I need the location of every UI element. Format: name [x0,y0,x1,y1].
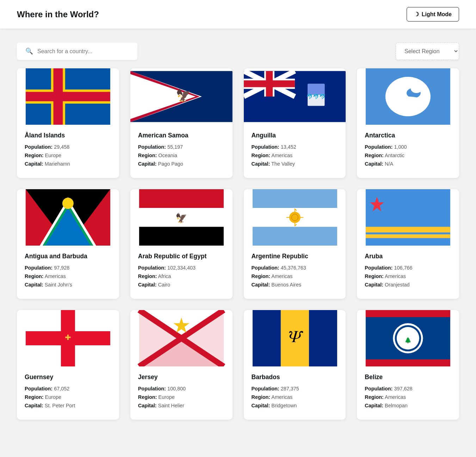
capital-value: Pago Pago [158,161,183,167]
capital-detail: Capital: Bridgetown [252,403,338,408]
app-title: Where in the World? [17,10,99,19]
population-detail: Population: 1,000 [365,144,451,150]
search-input[interactable] [37,48,129,55]
country-card[interactable]: Jersey Population: 100,800 Region: Europ… [130,310,233,420]
region-label: Region: [365,273,384,279]
country-card[interactable]: 🦅 Arab Republic of Egypt Population: 102… [130,189,233,299]
capital-detail: Capital: Cairo [138,282,225,288]
country-flag: 𝛹 [244,310,346,366]
region-label: Region: [138,153,157,158]
svg-rect-20 [308,84,324,95]
region-select[interactable]: Select Region Africa Americas Asia Europ… [396,43,459,60]
card-info: Åland Islands Population: 29,458 Region:… [17,125,119,178]
svg-rect-73 [366,359,450,366]
svg-text:🐬🐬🐬: 🐬🐬🐬 [307,93,326,100]
region-detail: Region: Americas [365,273,451,279]
population-label: Population: [25,144,52,150]
svg-point-27 [411,85,422,93]
card-info: Aruba Population: 106,766 Region: Americ… [357,246,459,299]
light-mode-label: Light Mode [422,11,452,18]
svg-rect-4 [54,68,63,125]
controls-bar: 🔍 Select Region Africa Americas Asia Eur… [0,29,476,68]
capital-label: Capital: [25,282,43,288]
country-card[interactable]: Aruba Population: 106,766 Region: Americ… [357,189,459,299]
country-card[interactable]: Åland Islands Population: 29,458 Region:… [17,68,119,178]
country-name: Jersey [138,373,225,381]
country-name: Åland Islands [25,132,111,139]
capital-value: N/A [385,161,393,167]
card-info: Belize Population: 397,628 Region: Ameri… [357,366,459,420]
country-name: Argentine Republic [252,253,338,260]
country-name: American Samoa [138,132,225,139]
population-detail: Population: 45,376,763 [252,265,338,271]
population-label: Population: [365,265,392,271]
region-value: Europe [45,153,61,158]
population-value: 29,458 [54,144,69,150]
capital-detail: Capital: Oranjestad [365,282,451,288]
region-label: Region: [252,153,271,158]
svg-rect-3 [26,92,110,101]
capital-detail: Capital: Saint John's [25,282,111,288]
country-flag: ✚ [17,310,119,366]
country-name: Aruba [365,253,451,260]
country-name: Guernsey [25,373,111,381]
capital-value: Belmopan [385,403,408,408]
light-mode-button[interactable]: ☽ Light Mode [407,7,459,21]
region-value: Americas [271,394,292,400]
capital-detail: Capital: Pago Pago [138,161,225,167]
population-label: Population: [365,144,392,150]
population-detail: Population: 106,766 [365,265,451,271]
population-detail: Population: 100,800 [138,386,225,391]
country-card[interactable]: 🐬🐬🐬 Anguilla Population: 13,452 Region: … [244,68,346,178]
cards-grid: Åland Islands Population: 29,458 Region:… [0,68,476,437]
svg-text:🦅: 🦅 [175,212,187,224]
region-detail: Region: Americas [365,394,451,400]
population-label: Population: [252,265,279,271]
region-label: Region: [252,394,271,400]
capital-detail: Capital: N/A [365,161,451,167]
population-label: Population: [138,265,166,271]
population-detail: Population: 67,052 [25,386,111,391]
country-card[interactable]: ✚ Guernsey Population: 67,052 Region: Eu… [17,310,119,420]
country-name: Antigua and Barbuda [25,253,111,260]
country-card[interactable]: Antarctica Population: 1,000 Region: Ant… [357,68,459,178]
population-detail: Population: 55,197 [138,144,225,150]
country-card[interactable]: 𝛹 Barbados Population: 287,375 Region: A… [244,310,346,420]
card-info: Argentine Republic Population: 45,376,76… [244,246,346,299]
svg-rect-48 [300,217,303,218]
country-card[interactable]: Argentine Republic Population: 45,376,76… [244,189,346,299]
population-detail: Population: 97,928 [25,265,111,271]
population-label: Population: [138,386,166,391]
population-value: 106,766 [394,265,412,271]
population-label: Population: [252,144,279,150]
capital-detail: Capital: St. Peter Port [25,403,111,408]
region-detail: Region: Americas [252,273,338,279]
country-name: Anguilla [252,132,338,139]
region-value: Americas [271,273,292,279]
svg-text:🦅: 🦅 [176,88,191,103]
country-card[interactable]: 🦅 American Samoa Population: 55,197 Regi… [130,68,233,178]
region-value: Oceania [158,153,177,158]
capital-value: Mariehamn [45,161,70,167]
population-label: Population: [138,144,166,150]
country-name: Arab Republic of Egypt [138,253,225,260]
moon-icon: ☽ [414,11,419,18]
svg-rect-55 [366,234,450,238]
country-flag: 🐬🐬🐬 [244,68,346,125]
region-value: Africa [158,273,171,279]
population-detail: Population: 102,334,403 [138,265,225,271]
country-card[interactable]: 🌲 Belize Population: 397,628 Region: Ame… [357,310,459,420]
card-info: Guernsey Population: 67,052 Region: Euro… [17,366,119,420]
capital-detail: Capital: The Valley [252,161,338,167]
svg-text:🌲: 🌲 [404,337,412,344]
population-value: 287,375 [281,386,299,391]
country-flag [17,68,119,125]
svg-rect-69 [309,310,337,366]
country-card[interactable]: Antigua and Barbuda Population: 97,928 R… [17,189,119,299]
region-detail: Region: Americas [252,153,338,158]
capital-detail: Capital: Belmopan [365,403,451,408]
svg-rect-42 [252,227,337,246]
capital-value: The Valley [271,161,295,167]
svg-text:𝛹: 𝛹 [288,327,303,346]
population-value: 1,000 [394,144,407,150]
